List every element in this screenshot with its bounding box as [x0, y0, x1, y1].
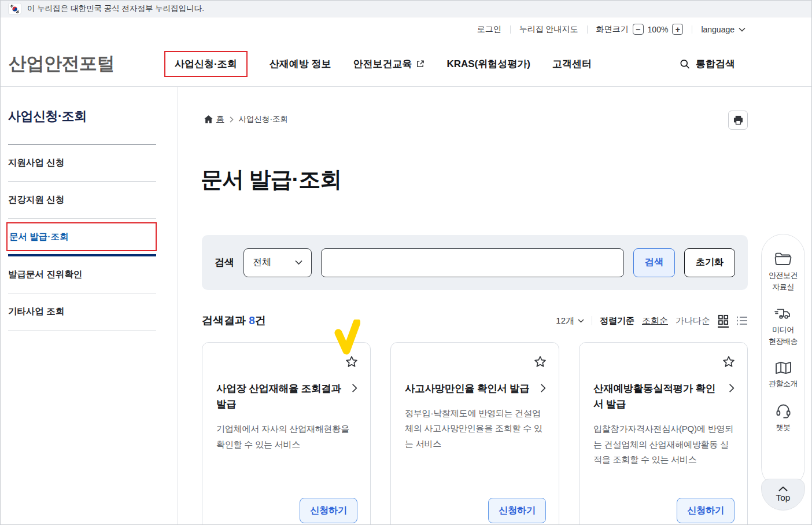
card-title-link[interactable]: 사업장 산업재해율 조회결과 발급: [216, 381, 357, 412]
chevron-right-icon: [352, 383, 357, 393]
quickmenu-chatbot[interactable]: 챗봇: [776, 404, 791, 434]
map-book-icon: [775, 361, 792, 375]
nav-label: 안전보건교육: [353, 57, 412, 71]
results-count-number: 8: [249, 314, 255, 326]
card-industrial-accident-rate: 사업장 산업재해율 조회결과 발급 기업체에서 자사의 산업재해현황을 확인할 …: [202, 342, 371, 525]
favorite-star-icon[interactable]: [533, 355, 547, 371]
favorite-star-icon[interactable]: [345, 355, 359, 371]
nav-item-business-apply[interactable]: 사업신청·조회: [164, 51, 248, 77]
card-description: 정부입·낙찰제도에 반영되는 건설업체의 사고사망만인율을 조회할 수 있는 서…: [405, 406, 546, 451]
search-category-select[interactable]: 전체: [243, 248, 312, 277]
sort-label: 정렬기준: [600, 315, 634, 326]
grid-view-toggle[interactable]: [718, 314, 729, 328]
truck-icon: [774, 307, 792, 321]
divider: [8, 218, 156, 219]
divider: [587, 25, 588, 34]
nav-item-safety-education[interactable]: 안전보건교육: [353, 57, 425, 71]
apply-button[interactable]: 신청하기: [300, 498, 357, 523]
quickmenu-label: 관할소개: [769, 378, 798, 390]
gov-banner: 이 누리집은 대한민국 공식 전자정부 누리집입니다.: [1, 1, 811, 17]
breadcrumb-current: 사업신청·조회: [239, 114, 289, 124]
sidebar-item-document-verify[interactable]: 발급문서 진위확인: [8, 256, 156, 293]
print-button[interactable]: [728, 111, 748, 130]
folder-icon: [774, 252, 792, 266]
sidebar-item-other-business[interactable]: 기타사업 조회: [8, 293, 156, 330]
apply-button[interactable]: 신청하기: [488, 498, 546, 523]
zoom-value: 100%: [648, 25, 669, 34]
card-description: 기업체에서 자사의 산업재해현황을 확인할 수 있는 서비스: [216, 421, 357, 452]
home-icon: [204, 115, 213, 123]
printer-icon: [733, 115, 744, 126]
sidebar-item-document-issue[interactable]: 문서 발급·조회: [6, 222, 157, 251]
quickmenu-jurisdiction-info[interactable]: 관할소개: [769, 361, 798, 390]
nav-item-customer-center[interactable]: 고객센터: [552, 57, 592, 71]
sort-by-alphabet[interactable]: 가나다순: [676, 315, 710, 326]
results-count-suffix: 건: [255, 314, 266, 326]
chevron-up-icon: [778, 486, 788, 491]
results-grid: 사업장 산업재해율 조회결과 발급 기업체에서 자사의 산업재해현황을 확인할 …: [202, 342, 748, 525]
zoom-out-button[interactable]: −: [633, 24, 644, 35]
login-link[interactable]: 로그인: [477, 24, 501, 35]
site-logo[interactable]: 산업안전포털: [9, 52, 115, 76]
nav-label: 고객센터: [552, 57, 592, 71]
card-title: 산재예방활동실적평가 확인서 발급: [593, 381, 724, 412]
divider: [692, 25, 692, 34]
search-input[interactable]: [321, 248, 624, 277]
screen-zoom-control: 화면크기 − 100% +: [596, 24, 684, 35]
sidebar-item-health-apply[interactable]: 건강지원 신청: [8, 182, 156, 218]
page-size-value: 12개: [556, 315, 574, 326]
card-title: 사업장 산업재해율 조회결과 발급: [216, 381, 347, 412]
scroll-to-top-button[interactable]: Top: [761, 479, 805, 511]
global-search-label: 통합검색: [696, 57, 735, 71]
quick-menu: 안전보건 자료실 미디어 현장배송 관할소개 챗봇: [761, 234, 805, 489]
quickmenu-label: 미디어 현장배송: [769, 324, 798, 347]
page-size-select[interactable]: 12개: [556, 315, 584, 326]
search-label: 검색: [215, 256, 234, 269]
main-header: 산업안전포털 사업신청·조회 산재예방 정보 안전보건교육 KRAS(위험성평가…: [1, 41, 811, 87]
list-view-icon: [736, 316, 748, 325]
language-menu[interactable]: language: [701, 25, 745, 34]
sidebar-item-label: 문서 발급·조회: [9, 231, 68, 243]
headset-icon: [776, 404, 791, 418]
search-button[interactable]: 검색: [633, 248, 675, 277]
card-title-link[interactable]: 사고사망만인율 확인서 발급: [405, 381, 546, 396]
main-nav: 사업신청·조회 산재예방 정보 안전보건교육 KRAS(위험성평가) 고객센터: [164, 41, 592, 86]
chevron-right-icon: [540, 383, 546, 393]
nav-item-accident-prevention[interactable]: 산재예방 정보: [270, 57, 331, 71]
zoom-in-button[interactable]: +: [672, 24, 683, 35]
apply-button[interactable]: 신청하기: [677, 498, 735, 523]
chevron-down-icon: [739, 27, 745, 32]
nav-label: KRAS(위험성평가): [446, 57, 530, 71]
card-prevention-performance: 산재예방활동실적평가 확인서 발급 입찰참가자격사전심사(PQ)에 반영되는 건…: [579, 342, 748, 525]
select-value: 전체: [253, 256, 271, 269]
language-label: language: [701, 25, 735, 34]
global-search-button[interactable]: 통합검색: [679, 57, 735, 71]
chevron-down-icon: [578, 319, 584, 323]
breadcrumb-home[interactable]: 홈: [204, 114, 224, 124]
zoom-label: 화면크기: [596, 24, 629, 35]
quickmenu-label: 챗봇: [776, 422, 791, 434]
card-description: 입찰참가자격사전심사(PQ)에 반영되는 건설업체의 산업재해예방활동 실적을 …: [593, 421, 735, 467]
card-title-link[interactable]: 산재예방활동실적평가 확인서 발급: [593, 381, 735, 412]
sidebar-item-label: 발급문서 진위확인: [8, 269, 82, 281]
divider: [8, 330, 156, 331]
sitemap-link[interactable]: 누리집 안내지도: [519, 24, 578, 35]
quickmenu-label: 안전보건 자료실: [769, 270, 798, 292]
favorite-star-icon[interactable]: [722, 355, 736, 371]
sidebar-item-label: 기타사업 조회: [8, 306, 64, 318]
grid-view-icon: [718, 314, 729, 325]
chevron-down-icon: [295, 260, 302, 265]
sidebar-item-support-apply[interactable]: 지원사업 신청: [8, 145, 156, 181]
sort-by-views[interactable]: 조회순: [642, 315, 668, 326]
utility-bar: 로그인 누리집 안내지도 화면크기 − 100% + language: [1, 17, 811, 41]
search-panel: 검색 전체 검색 초기화: [202, 235, 748, 290]
sidebar-item-label: 지원사업 신청: [8, 157, 64, 169]
nav-item-kras[interactable]: KRAS(위험성평가): [446, 57, 530, 71]
quickmenu-safety-library[interactable]: 안전보건 자료실: [769, 252, 798, 292]
breadcrumb-home-label: 홈: [216, 114, 224, 124]
breadcrumb: 홈 사업신청·조회: [204, 114, 288, 124]
reset-button[interactable]: 초기화: [684, 248, 735, 277]
nav-label: 산재예방 정보: [270, 57, 331, 71]
quickmenu-media-delivery[interactable]: 미디어 현장배송: [769, 307, 798, 347]
list-view-toggle[interactable]: [736, 316, 748, 325]
